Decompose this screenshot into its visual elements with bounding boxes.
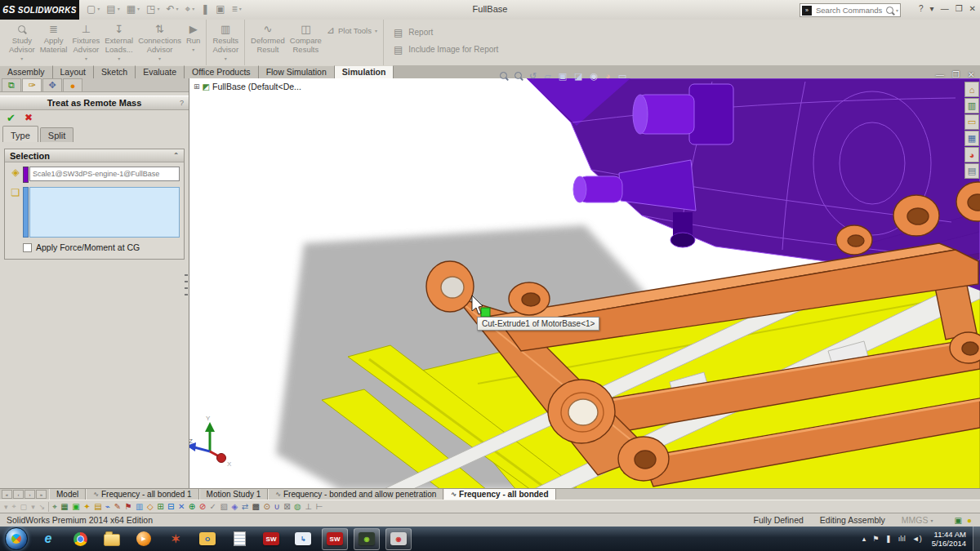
display-style-icon[interactable]: ◪ (574, 71, 582, 81)
minimize-document-button[interactable]: — (936, 70, 944, 79)
study-tab-frequency-all-bonded-1[interactable]: ∿Frequency - all bonded 1 (86, 489, 198, 500)
zoom-to-fit-icon[interactable] (500, 71, 507, 81)
include-image-for-report-button[interactable]: ▤Include Image for Report (394, 44, 498, 55)
file-explorer-tab[interactable]: ▭ (964, 114, 979, 130)
add-icon[interactable]: ⊕ (189, 501, 195, 512)
suppress-icon[interactable]: ⊘ (199, 501, 206, 512)
help-button[interactable]: ? (919, 4, 924, 13)
mesh-icon[interactable]: ▦ (60, 501, 68, 512)
merge-icon[interactable]: ∪ (274, 501, 279, 512)
study-advisor-button[interactable]: StudyAdvisor▾ (7, 21, 38, 64)
search-commands-box[interactable]: » ▾ (800, 3, 901, 17)
flag-icon[interactable]: ⚑ (125, 501, 132, 512)
external-load-icon[interactable]: ▤ (94, 501, 101, 512)
search-scope-icon[interactable]: » (802, 6, 812, 16)
outlook[interactable]: O (194, 528, 220, 550)
compare-icon[interactable]: ⊟ (167, 501, 174, 512)
view-palette-tab[interactable]: ▦ (964, 131, 979, 146)
zoom-to-area-icon[interactable] (514, 71, 522, 81)
panel-splitter-handle[interactable] (185, 274, 188, 299)
help-dropdown-button[interactable]: ▾ (930, 4, 934, 13)
graphics-viewport[interactable]: Y Z X (189, 78, 980, 488)
report-button[interactable]: ▤Report (394, 27, 498, 38)
dropdown-caret-icon[interactable]: ▾ (85, 55, 87, 64)
edrawings[interactable]: ↳ (290, 528, 316, 550)
save-icon[interactable]: ▦▾ (127, 3, 140, 15)
power[interactable]: ❚ (885, 535, 892, 543)
action-center-flag[interactable]: ⚑ (872, 535, 879, 543)
study-tab-frequency-all-bonded[interactable]: ∿Frequency - all bonded (443, 489, 555, 500)
section-view-icon[interactable]: ▱ (544, 71, 550, 81)
tab-assembly[interactable]: Assembly (0, 65, 53, 79)
search-dropdown-icon[interactable]: ▾ (896, 7, 898, 13)
select-icon[interactable]: ⌖▾ (185, 3, 195, 15)
edit-appearance-icon[interactable]: ◕ (605, 71, 611, 81)
greenshot[interactable]: ◉ (354, 528, 380, 550)
open-file-icon[interactable]: ▤▾ (106, 3, 119, 15)
tab-sketch[interactable]: Sketch (94, 65, 136, 79)
run-button[interactable]: ▶Run▾ (184, 21, 203, 56)
swap-icon[interactable]: ⇄ (242, 501, 248, 512)
selection-handle[interactable] (481, 308, 490, 317)
mesh-quality-icon[interactable]: ▩ (252, 501, 260, 512)
dropdown-caret-icon[interactable]: ▾ (192, 46, 194, 55)
feature-tree-label[interactable]: FullBase (Default<De... (212, 82, 301, 91)
iso-clipping-icon[interactable]: ◇ (147, 501, 154, 512)
external-loads-advisor-button[interactable]: ↧ExternalLoads...▾ (102, 21, 136, 64)
close-box-icon[interactable]: ⊠ (283, 501, 290, 512)
propertymanager-tab[interactable]: ✑ (22, 78, 42, 91)
tab-type[interactable]: Type (2, 126, 38, 142)
displaymanager-tab[interactable]: ● (63, 78, 82, 91)
view-orientation-icon[interactable]: ▣ (559, 71, 567, 81)
edit-definition-icon[interactable]: ✎ (114, 501, 121, 512)
connector-icon[interactable]: ⌁ (105, 501, 110, 512)
spot-icon[interactable]: ⊙ (263, 501, 270, 512)
check-icon[interactable]: ✓ (210, 501, 216, 512)
custom-properties-tab[interactable]: ▤ (964, 163, 979, 179)
tab-split[interactable]: Split (40, 127, 74, 142)
dropdown-caret-icon[interactable]: ▾ (20, 55, 23, 64)
screen-recorder[interactable]: ◉ (385, 528, 412, 550)
apply-force-checkbox[interactable] (23, 243, 32, 252)
pointer-tool-icon[interactable]: ↘ (39, 503, 46, 511)
close-document-button[interactable]: ✕ (968, 70, 974, 79)
network[interactable]: ılıl (898, 535, 906, 543)
options-icon[interactable]: ≡▾ (232, 3, 242, 15)
apply-material-icon[interactable]: ▣ (72, 501, 79, 512)
apply-material-button[interactable]: ≣ApplyMaterial (38, 21, 70, 55)
taskbar-clock[interactable]: 11:44 AM 5/16/2014 (932, 530, 966, 548)
tab-evaluate[interactable]: Evaluate (136, 65, 185, 79)
ok-button[interactable]: ✔ (7, 112, 16, 124)
next-study-button[interactable]: › (24, 490, 35, 499)
help-icon[interactable]: ? (180, 99, 184, 107)
solidworks-resources-tab[interactable]: ⌂ (964, 82, 979, 97)
tree-expander-icon[interactable]: ⊞ (194, 82, 200, 91)
study-tab-frequency-bonded-and-allow-penetration[interactable]: ∿Frequency - bonded and allow penetratio… (268, 489, 443, 500)
dropdown-caret-icon[interactable]: ▾ (375, 27, 377, 36)
internet-explorer[interactable]: e (35, 528, 61, 550)
deformed-result-button[interactable]: ∿DeformedResult (248, 21, 287, 55)
remote-mass-selection-field[interactable] (29, 167, 180, 181)
select-tool-icon[interactable]: ⌖ (12, 502, 16, 511)
pencil-icon[interactable]: ● (967, 516, 972, 525)
cancel-button[interactable]: ✖ (24, 112, 33, 124)
restore-window-button[interactable]: ❐ (956, 4, 963, 13)
tab-flow-simulation[interactable]: Flow Simulation (259, 65, 335, 79)
units-dropdown[interactable]: MMGS▾ (902, 515, 933, 525)
new-file-icon[interactable]: ▢▾ (87, 3, 100, 15)
configurationmanager-tab[interactable]: ✥ (42, 78, 62, 91)
dropdown-caret-icon[interactable]: ▾ (225, 55, 227, 64)
connections-advisor-button[interactable]: ⇅ConnectionsAdvisor▾ (136, 21, 184, 64)
solidworks[interactable]: SW (258, 528, 284, 550)
media-player[interactable]: ▶ (131, 528, 157, 550)
restraint-icon[interactable]: ⊥ (305, 501, 312, 512)
close-window-button[interactable]: ✕ (969, 4, 976, 13)
new-study-icon[interactable]: ⌖ (52, 501, 57, 512)
feature-tree-flyout[interactable]: ⊞ ◩ FullBase (Default<De... (194, 82, 301, 91)
select-dropdown-icon[interactable]: ▾ (31, 503, 35, 511)
collapse-icon[interactable]: ⌃ (173, 152, 179, 159)
results-advisor-button[interactable]: ▥ResultsAdvisor▾ (210, 21, 241, 64)
delete-icon[interactable]: ✕ (178, 501, 185, 512)
show-hidden-icons[interactable]: ▴ (862, 535, 866, 543)
last-study-button[interactable]: » (36, 490, 47, 499)
